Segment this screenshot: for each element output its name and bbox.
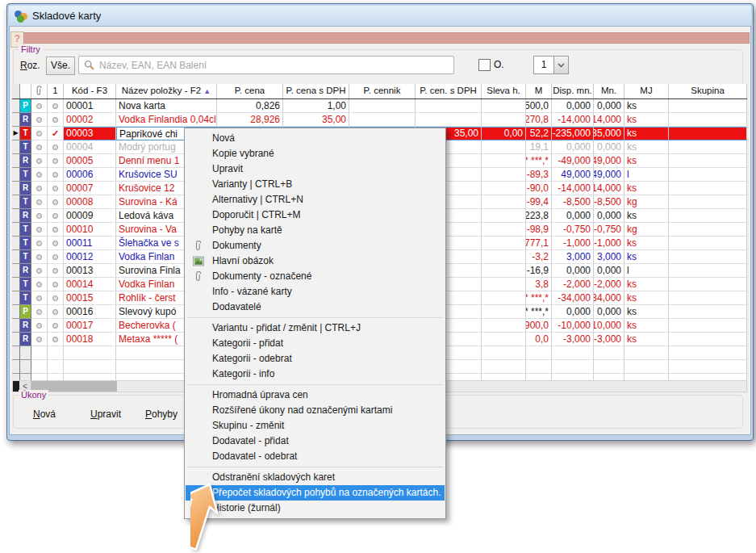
column-header[interactable]: P. cennik <box>349 84 416 98</box>
cell[interactable]: l <box>624 168 669 182</box>
column-header[interactable]: Název položky - F2 ▲ <box>116 84 217 98</box>
row-selector[interactable] <box>12 113 20 127</box>
cell[interactable]: 0,826 <box>217 99 283 113</box>
menu-item[interactable]: Hromadná úprava cen <box>186 388 445 403</box>
row-selector[interactable] <box>12 209 20 223</box>
mark-indicator[interactable] <box>48 223 64 237</box>
cell[interactable] <box>482 113 526 127</box>
cell[interactable] <box>669 264 747 278</box>
row-selector[interactable] <box>12 237 20 250</box>
cell[interactable]: 19,1 <box>526 140 552 154</box>
cell[interactable]: ** ***,* <box>526 291 552 305</box>
column-header[interactable]: P. cena <box>217 84 283 98</box>
cell[interactable]: -90,0 <box>526 182 552 195</box>
cell[interactable] <box>482 250 526 264</box>
cell[interactable]: -16,9 <box>526 264 552 278</box>
o-checkbox[interactable] <box>478 59 491 71</box>
cell[interactable]: -34,000 <box>594 291 624 305</box>
cell[interactable]: 0,000 <box>594 264 624 278</box>
cell[interactable] <box>482 154 526 168</box>
cell[interactable]: 0,000 <box>552 264 594 278</box>
row-selector[interactable] <box>12 223 20 237</box>
cell[interactable]: 0,000 <box>552 99 594 113</box>
cell[interactable]: 3,8 <box>526 278 552 291</box>
mark-indicator[interactable] <box>48 237 64 250</box>
cell[interactable]: -49,000 <box>594 154 624 168</box>
cell[interactable]: -49,000 <box>552 154 594 168</box>
cell[interactable]: 0,00 <box>482 127 526 140</box>
cell[interactable]: -2,000 <box>552 278 594 291</box>
cell[interactable]: 00018 <box>64 333 116 346</box>
cell[interactable] <box>669 305 747 319</box>
cell[interactable] <box>669 209 747 223</box>
mark-indicator[interactable] <box>48 140 64 154</box>
cell[interactable]: -3,2 <box>526 250 552 264</box>
mark-indicator[interactable] <box>48 291 64 305</box>
cell[interactable]: 0,000 <box>552 305 594 319</box>
cell[interactable]: ks <box>624 237 669 250</box>
column-header[interactable]: P. cena s DPH <box>283 84 349 98</box>
cell[interactable]: 00009 <box>64 209 116 223</box>
cell[interactable] <box>416 113 482 127</box>
cell[interactable]: ks <box>624 182 669 195</box>
row-selector[interactable] <box>12 154 20 168</box>
cell[interactable] <box>482 195 526 209</box>
column-header[interactable] <box>20 84 31 98</box>
cell[interactable]: ks <box>624 127 669 140</box>
cell[interactable]: 00004 <box>64 140 116 154</box>
menu-item[interactable]: Dodavatelé <box>186 300 445 315</box>
menu-item[interactable]: Dokumenty - označené <box>186 269 445 284</box>
menu-item[interactable]: Variantu - přidat / změnit | CTRL+J <box>186 320 445 336</box>
cell[interactable] <box>669 333 747 346</box>
row-selector[interactable] <box>12 333 20 346</box>
cell[interactable] <box>482 140 526 154</box>
menu-item[interactable]: Dodavatel - odebrat <box>186 449 445 464</box>
cell[interactable]: 00001 <box>64 99 116 113</box>
cell[interactable]: 0,000 <box>552 209 594 223</box>
cell[interactable]: -0,750 <box>594 223 624 237</box>
mark-indicator[interactable] <box>48 182 64 195</box>
cell[interactable] <box>482 168 526 182</box>
menu-item[interactable]: Kategorii - info <box>186 367 445 382</box>
cell[interactable]: 2 500,0 <box>526 99 552 113</box>
row-selector[interactable] <box>12 278 20 291</box>
column-header[interactable]: MJ <box>624 84 669 98</box>
row-selector[interactable] <box>12 99 20 113</box>
cell[interactable]: 00013 <box>64 264 116 278</box>
cell[interactable]: 00002 <box>64 113 116 127</box>
cell[interactable]: 00015 <box>64 291 116 305</box>
column-header[interactable]: Kód - F3 <box>64 84 116 98</box>
cell[interactable]: -8,500 <box>594 195 624 209</box>
cell[interactable]: 00006 <box>64 168 116 182</box>
cell[interactable]: ks <box>624 333 669 346</box>
cell[interactable]: 00011 <box>64 237 116 250</box>
title-bar[interactable]: Skladové karty <box>9 6 751 26</box>
cell[interactable]: ks <box>624 113 669 127</box>
cell[interactable]: -0,750 <box>552 223 594 237</box>
row-selector[interactable] <box>12 305 20 319</box>
cell[interactable] <box>669 195 747 209</box>
cell[interactable]: -14,000 <box>594 113 624 127</box>
cell[interactable]: -14,000 <box>552 182 594 195</box>
menu-item[interactable]: Varianty | CTRL+B <box>186 177 445 192</box>
cell[interactable]: -14,000 <box>552 113 594 127</box>
cell[interactable]: 00008 <box>64 195 116 209</box>
cell[interactable]: 0,000 <box>594 305 624 319</box>
cell[interactable]: 0,000 <box>594 209 624 223</box>
cell[interactable]: 0,000 <box>594 140 624 154</box>
cell[interactable] <box>482 333 526 346</box>
cell[interactable]: ks <box>624 291 669 305</box>
mark-indicator[interactable] <box>48 319 64 333</box>
cell[interactable] <box>482 291 526 305</box>
page-combobox[interactable]: 1 <box>533 56 569 74</box>
table-row[interactable]: P00001Nova karta0,8261,002 500,00,0000,0… <box>12 99 747 113</box>
row-selector[interactable] <box>12 168 20 182</box>
cell[interactable]: ks <box>624 209 669 223</box>
cell[interactable]: -10,000 <box>594 319 624 333</box>
column-header[interactable]: Skupina <box>669 84 747 98</box>
mark-indicator[interactable] <box>48 250 64 264</box>
row-selector[interactable] <box>12 250 20 264</box>
cell[interactable]: 00016 <box>64 305 116 319</box>
cell[interactable]: kg <box>624 195 669 209</box>
cell[interactable] <box>482 264 526 278</box>
